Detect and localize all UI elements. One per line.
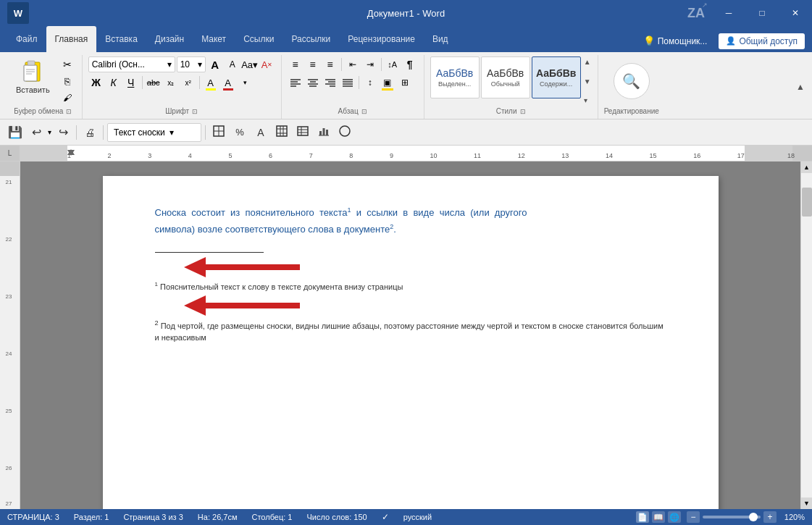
- decrease-font-button[interactable]: A: [225, 56, 240, 72]
- oval-button[interactable]: [335, 123, 354, 142]
- toolbar-sep3: [205, 125, 206, 140]
- para-sep2: [381, 58, 382, 71]
- zoom-in-button[interactable]: +: [763, 511, 777, 523]
- page-status: СТРАНИЦА: 3: [7, 513, 59, 521]
- font-highlight-button[interactable]: A: [203, 75, 219, 91]
- align-right-button[interactable]: [322, 75, 338, 91]
- view-print-layout[interactable]: 📄: [636, 511, 649, 523]
- tab-design[interactable]: Дизайн: [146, 26, 193, 52]
- table-button[interactable]: [209, 123, 228, 142]
- maximize-button[interactable]: □: [745, 0, 779, 26]
- styles-expand-arrow[interactable]: ▾: [584, 96, 591, 104]
- collapse-ribbon-button[interactable]: ▲: [793, 55, 808, 119]
- arrow-indicator-1: [184, 260, 666, 274]
- save-button[interactable]: 💾: [6, 123, 25, 142]
- copy-button[interactable]: ⎘: [59, 73, 76, 89]
- tab-file[interactable]: Файл: [7, 26, 46, 52]
- font-size-dropdown[interactable]: 10 ▾: [177, 56, 206, 72]
- search-button[interactable]: 🔍: [614, 63, 650, 99]
- tab-references[interactable]: Ссылки: [235, 26, 282, 52]
- scroll-down-button[interactable]: ▼: [801, 497, 813, 509]
- zoom-slider[interactable]: [703, 516, 761, 518]
- svg-rect-1: [24, 65, 37, 81]
- font-color-dropdown[interactable]: ▾: [238, 75, 254, 91]
- list-btn[interactable]: [293, 123, 312, 142]
- redo-button[interactable]: ↪: [54, 123, 72, 142]
- superscript-button[interactable]: x²: [180, 75, 196, 91]
- paste-button[interactable]: Вставить: [10, 56, 56, 97]
- view-web-layout[interactable]: 🌐: [668, 511, 681, 523]
- close-button[interactable]: ✕: [779, 0, 812, 26]
- clipboard-expand-icon[interactable]: ⊡: [66, 108, 72, 115]
- scroll-up-button[interactable]: ▲: [801, 161, 813, 173]
- clear-format-button[interactable]: A✕: [259, 56, 275, 72]
- tab-review[interactable]: Рецензирование: [339, 26, 424, 52]
- font-name-dropdown[interactable]: Calibri (Осн... ▾: [88, 56, 175, 72]
- align-left-button[interactable]: [288, 75, 304, 91]
- change-case-button[interactable]: Aa▾: [242, 56, 258, 72]
- ruler-first-line-indent[interactable]: [67, 147, 75, 160]
- styles-expand-icon[interactable]: ⊡: [520, 108, 526, 115]
- zoom-out-button[interactable]: −: [687, 511, 700, 523]
- increase-font-button[interactable]: A: [207, 56, 223, 72]
- words-status: Число слов: 150: [306, 513, 367, 521]
- minimize-button[interactable]: ─: [712, 0, 745, 26]
- tab-mailings[interactable]: Рассылки: [282, 26, 339, 52]
- tab-view[interactable]: Вид: [424, 26, 457, 52]
- format-painter-button[interactable]: 🖌: [59, 90, 76, 106]
- line-spacing-button[interactable]: ↕: [362, 75, 378, 91]
- style-selected[interactable]: АаБбВв Выделен...: [430, 56, 480, 98]
- numbering-button[interactable]: ≡: [305, 56, 321, 72]
- tab-insert[interactable]: Вставка: [96, 26, 146, 52]
- za-logo: ZA ↗: [682, 0, 711, 26]
- scrollbar-track[interactable]: [801, 173, 812, 497]
- print-preview-button[interactable]: 🖨: [80, 123, 99, 142]
- styles-scroll-down[interactable]: ▼: [584, 77, 591, 85]
- view-read-mode[interactable]: 📖: [652, 511, 665, 523]
- shading-button[interactable]: ▣: [380, 75, 395, 91]
- bullets-button[interactable]: ≡: [288, 56, 304, 72]
- footnote-type-value: Текст сноски: [114, 127, 165, 138]
- scrollbar-thumb[interactable]: [802, 188, 812, 217]
- style-heading[interactable]: АаБбВв Содержи...: [532, 56, 581, 98]
- subscript-button[interactable]: x₂: [163, 75, 179, 91]
- ruler-num-13: 13: [561, 152, 569, 159]
- styles-scroll-up[interactable]: ▲: [584, 58, 591, 66]
- editing-group-name: Редактирование: [604, 107, 659, 115]
- font-size-value: 10: [180, 59, 190, 70]
- italic-button[interactable]: К: [106, 75, 122, 91]
- bold-button[interactable]: Ж: [88, 75, 104, 91]
- share-button[interactable]: 👤 Общий доступ: [719, 33, 805, 49]
- sort-button[interactable]: ↕A: [385, 56, 401, 72]
- percent-button[interactable]: %: [230, 123, 249, 142]
- justify-button[interactable]: [340, 75, 356, 91]
- increase-indent-button[interactable]: ⇥: [362, 56, 378, 72]
- font-expand-icon[interactable]: ⊡: [192, 108, 198, 115]
- font-color-a-icon: A: [225, 77, 231, 88]
- zoom-thumb[interactable]: [749, 513, 758, 521]
- helper-button[interactable]: 💡 Помощник...: [637, 33, 713, 49]
- style-normal[interactable]: АаБбВв Обычный: [481, 56, 530, 98]
- borders-button[interactable]: ⊞: [397, 75, 413, 91]
- tab-layout[interactable]: Макет: [193, 26, 235, 52]
- show-marks-button[interactable]: ¶: [402, 56, 418, 72]
- paragraph-expand-icon[interactable]: ⊡: [361, 108, 367, 115]
- document-page: Сноска состоит из пояснительного текста1…: [103, 176, 719, 509]
- footnote-type-dropdown[interactable]: Текст сноски ▾: [107, 123, 201, 142]
- style-preview-1: АаБбВв: [487, 67, 524, 79]
- align-center-button[interactable]: [305, 75, 321, 91]
- strikethrough-button[interactable]: abc: [146, 75, 162, 91]
- undo-dropdown[interactable]: ▾: [48, 128, 51, 136]
- chart-button[interactable]: [314, 123, 333, 142]
- format-button[interactable]: A: [251, 123, 270, 142]
- tab-home[interactable]: Главная: [46, 26, 97, 52]
- font-color-button[interactable]: A: [220, 75, 236, 91]
- decrease-indent-button[interactable]: ⇤: [345, 56, 361, 72]
- title-bar: W Документ1 - Word ZA ↗ ─ □ ✕: [0, 0, 812, 26]
- multilevel-button[interactable]: ≡: [322, 56, 338, 72]
- underline-button[interactable]: Ч: [123, 75, 139, 91]
- grid-button[interactable]: [272, 123, 291, 142]
- page-area[interactable]: Сноска состоит из пояснительного текста1…: [20, 161, 800, 509]
- undo-button[interactable]: ↩: [27, 123, 46, 142]
- cut-button[interactable]: ✂: [59, 56, 76, 72]
